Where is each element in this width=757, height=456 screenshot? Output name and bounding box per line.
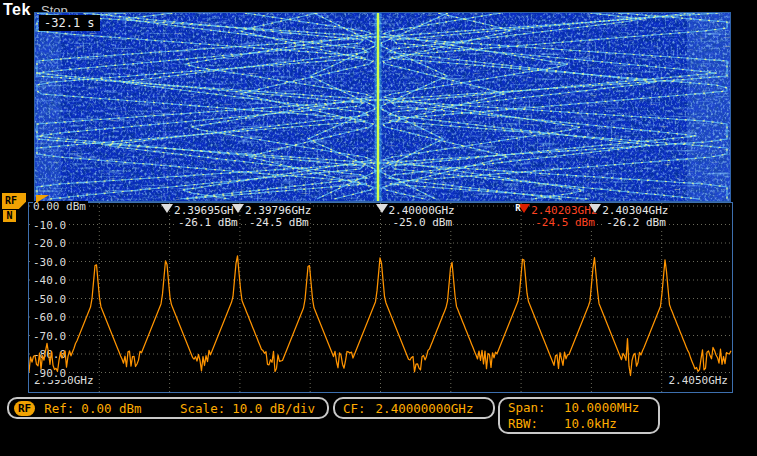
cf-label: CF: bbox=[343, 401, 366, 416]
marker-flag bbox=[161, 204, 173, 213]
span-label: Span: bbox=[508, 400, 564, 415]
rf-channel-badge: RF bbox=[2, 193, 26, 209]
spectrum-trace bbox=[29, 203, 732, 392]
marker-freq-label: 2.40304GHz bbox=[601, 205, 669, 217]
ref-level-value: 0.00 dBm bbox=[81, 401, 141, 416]
marker-flag bbox=[589, 204, 601, 213]
marker-freq-label: 2.40000GHz bbox=[388, 205, 456, 217]
spectrogram-window: -32.1 s bbox=[34, 12, 731, 202]
marker-flag bbox=[232, 204, 244, 213]
spectrogram-canvas bbox=[35, 13, 730, 201]
marker-amp-label: -26.2 dBm bbox=[605, 217, 667, 229]
reference-marker-glyph: R bbox=[515, 204, 520, 213]
spectrogram-time-label: -32.1 s bbox=[39, 15, 100, 31]
marker-flag bbox=[376, 204, 388, 213]
rf-pill-badge: RF bbox=[14, 401, 35, 416]
marker-amp-label: -24.5 dBm bbox=[534, 217, 596, 229]
rbw-label: RBW: bbox=[508, 416, 564, 431]
marker-freq-label: 2.39796GHz bbox=[244, 205, 312, 217]
rf-settings-readout[interactable]: RF Ref: 0.00 dBm Scale: 10.0 dB/div bbox=[7, 397, 329, 419]
rf-normal-trace-badge: N bbox=[3, 210, 16, 222]
marker-freq-label: 2.40203GHz bbox=[530, 205, 598, 217]
marker-freq-label: 2.39695GH bbox=[173, 205, 235, 217]
marker-amp-label: -24.5 dBm bbox=[248, 217, 310, 229]
oscilloscope-screen: Tek Stop bbox=[0, 0, 757, 456]
tek-logo: Tek bbox=[3, 1, 31, 19]
span-value: 10.0000MHz bbox=[564, 400, 658, 415]
marker-amp-label: -25.0 dBm bbox=[392, 217, 454, 229]
center-frequency-readout[interactable]: CF: 2.40000000GHz bbox=[333, 397, 495, 419]
spectrum-window: 2.3950GHz 2.4050GHz 0.00 dBm-10.0-20.0-3… bbox=[28, 202, 733, 393]
span-rbw-readout[interactable]: Span: 10.0000MHz RBW: 10.0kHz bbox=[498, 397, 660, 434]
scale-value: 10.0 dB/div bbox=[232, 401, 315, 416]
scale-label: Scale: bbox=[180, 401, 225, 416]
rbw-value: 10.0kHz bbox=[564, 416, 658, 431]
ref-level-label: Ref: bbox=[44, 401, 74, 416]
marker-amp-label: -26.1 dBm bbox=[177, 217, 239, 229]
cf-value: 2.40000000GHz bbox=[376, 401, 474, 416]
